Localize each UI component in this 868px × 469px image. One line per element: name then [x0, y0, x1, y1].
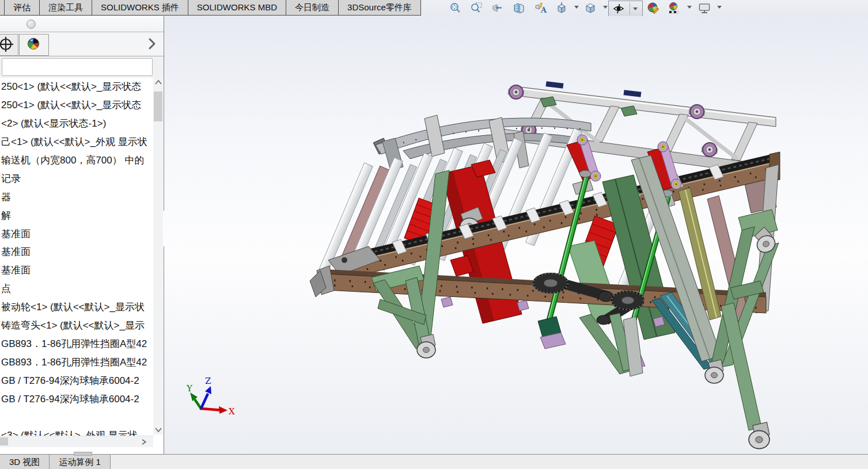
scroll-down-icon[interactable] — [155, 428, 162, 432]
edit-appearance-icon[interactable] — [646, 1, 661, 15]
display-manager-tab[interactable] — [19, 34, 49, 56]
appearance-sphere-icon — [26, 37, 41, 52]
triad-z-label: Z — [205, 376, 211, 386]
view-orientation-icon[interactable] — [554, 1, 569, 15]
display-style-caret[interactable] — [603, 6, 608, 9]
scroll-right-icon[interactable] — [142, 439, 146, 445]
triad-x-label: X — [229, 406, 235, 417]
tree-item[interactable]: 记录 — [0, 169, 153, 188]
command-tab-3dsource[interactable]: 3DSource零件库 — [339, 0, 421, 16]
hscroll-thumb[interactable] — [0, 437, 8, 445]
tab-motion-study[interactable]: 运动算例 1 — [50, 455, 111, 469]
tree-item[interactable]: 铸造弯头<1> (默认<<默认>_显示 — [0, 317, 153, 335]
panel-expand-chevron-icon[interactable] — [149, 38, 157, 49]
triad-y-label: Y — [186, 383, 193, 394]
tree-filter-input[interactable] — [2, 58, 153, 76]
tree-horizontal-scrollbar[interactable] — [0, 436, 153, 447]
command-tab-sw-mbd[interactable]: SOLIDWORKS MBD — [188, 0, 286, 16]
tree-item[interactable]: GB / T276-94深沟球轴承6004-2 — [0, 371, 153, 390]
eye-icon — [613, 3, 624, 14]
tree-item[interactable]: 解 — [0, 206, 153, 224]
tree-item[interactable]: GB / T276-94深沟球轴承6004-2 — [0, 390, 153, 408]
orientation-triad: X Y Z — [186, 376, 235, 417]
tree-item[interactable]: 基准面 — [0, 224, 153, 243]
annotation-view-icon[interactable]: A — [533, 1, 548, 15]
command-tab-sw-addins[interactable]: SOLIDWORKS 插件 — [92, 0, 188, 16]
command-tab-today-mfg[interactable]: 今日制造 — [286, 0, 339, 16]
tree-item[interactable]: 输送机（内宽800，高700） 中的 — [0, 151, 153, 170]
hide-show-caret[interactable] — [633, 7, 638, 10]
previous-view-icon[interactable] — [490, 1, 505, 15]
timeline-grip[interactable] — [74, 452, 92, 456]
bottom-tab-bar: 3D 视图运动算例 1 — [0, 454, 868, 469]
tree-vertical-scrollbar[interactable] — [153, 78, 163, 434]
command-tab-render-tools[interactable]: 渲染工具 — [40, 0, 92, 16]
view-orientation-caret[interactable] — [574, 6, 579, 9]
graphics-viewport[interactable]: X Y Z — [164, 16, 868, 454]
apply-scene-icon[interactable] — [667, 1, 682, 15]
hide-show-items-group[interactable] — [608, 1, 643, 17]
svg-text:A: A — [540, 6, 547, 14]
crosshair-icon — [0, 35, 16, 54]
zoom-to-fit-icon[interactable] — [448, 1, 463, 15]
feature-tree: 250<1> (默认<<默认>_显示状态 250<1> (默认<<默认>_显示状… — [0, 78, 153, 439]
zoom-to-area-icon[interactable] — [469, 1, 484, 15]
tree-item[interactable]: 点 — [0, 280, 153, 298]
apply-scene-caret[interactable] — [687, 6, 692, 9]
panel-grip-handle[interactable] — [26, 20, 36, 29]
tab-3d-view[interactable]: 3D 视图 — [0, 455, 50, 469]
tree-item[interactable]: 250<1> (默认<<默认>_显示状态 — [0, 78, 153, 96]
tree-item[interactable] — [0, 408, 153, 426]
panel-tab-strip — [0, 32, 164, 56]
feature-target-tab[interactable] — [0, 34, 18, 56]
tree-item[interactable]: 己<1> (默认<<默认>_外观 显示状 — [0, 133, 153, 151]
tree-item[interactable]: 被动轮<1> (默认<<默认>_显示状 — [0, 298, 153, 317]
scroll-up-icon[interactable] — [155, 80, 162, 85]
vscroll-thumb[interactable] — [154, 91, 162, 121]
tree-item[interactable]: 基准面 — [0, 261, 153, 280]
tree-item[interactable]: 基准面 — [0, 243, 153, 261]
feature-manager-panel: 250<1> (默认<<默认>_显示状态 250<1> (默认<<默认>_显示状… — [0, 16, 164, 455]
view-settings-caret[interactable] — [717, 6, 722, 9]
command-tab-partial[interactable] — [0, 0, 5, 16]
tree-item[interactable]: GB893．1-86孔用弹性挡圈A型42 — [0, 353, 153, 371]
panel-top-strip — [0, 16, 164, 32]
command-tab-evaluate[interactable]: 评估 — [5, 0, 40, 16]
tree-item[interactable]: GB893．1-86孔用弹性挡圈A型42 — [0, 334, 153, 353]
tree-item[interactable]: 250<1> (默认<<默认>_显示状态 — [0, 96, 153, 115]
tree-filter-area — [0, 56, 164, 78]
command-bar: 评估渲染工具SOLIDWORKS 插件SOLIDWORKS MBD今日制造3DS… — [0, 0, 868, 16]
section-view-icon[interactable] — [511, 1, 526, 15]
tree-item[interactable]: <2> (默认<显示状态-1>) — [0, 115, 153, 133]
display-style-icon[interactable] — [583, 1, 598, 15]
tree-item[interactable]: 器 — [0, 188, 153, 206]
view-settings-icon[interactable] — [697, 1, 712, 15]
